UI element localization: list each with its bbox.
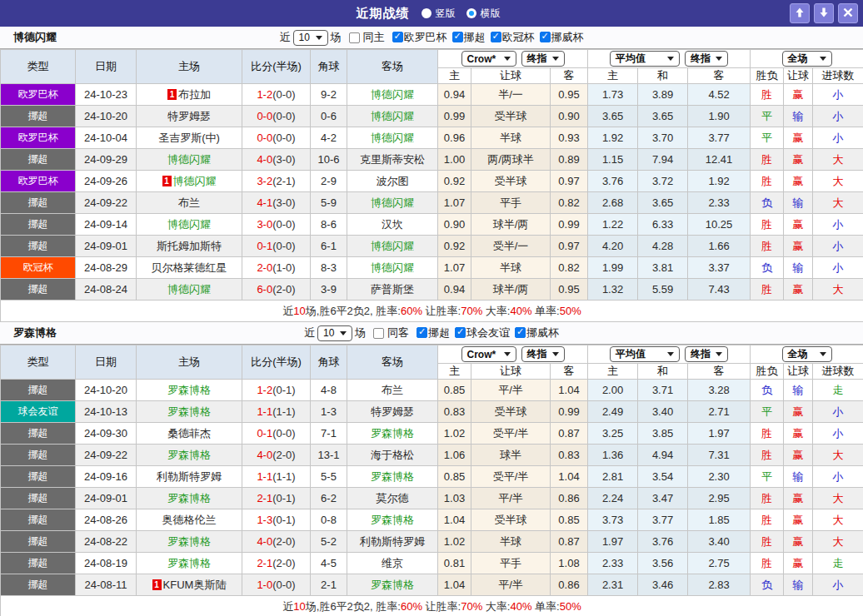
sub-header-avg-draw: 和	[638, 68, 688, 84]
match-date: 24-10-23	[76, 84, 137, 106]
average-stage-select[interactable]: 终指	[685, 346, 728, 362]
score: 2-1(2-0)	[242, 553, 311, 574]
avg-home-odds: 2.33	[588, 553, 638, 574]
away-team: 海于格松	[347, 445, 438, 466]
avg-away-odds: 3.37	[688, 257, 751, 279]
handicap-line: 平/半	[471, 574, 551, 596]
corners: 6-2	[311, 488, 347, 509]
avg-away-odds: 2.71	[688, 401, 751, 423]
close-button[interactable]	[838, 3, 858, 23]
league-filter-checkbox[interactable]	[417, 327, 427, 338]
col-header-home: 主场	[137, 50, 242, 84]
away-team: 维京	[347, 553, 438, 574]
corners: 10-6	[311, 149, 347, 171]
handicap-line: 半球	[471, 531, 551, 553]
corners: 8-3	[311, 257, 347, 279]
arrow-down-icon	[818, 7, 830, 21]
match-date: 24-09-29	[76, 149, 137, 171]
result-handicap: 赢	[784, 171, 813, 192]
corners: 6-1	[311, 236, 347, 257]
sub-header-outcome: 胜负	[751, 364, 784, 380]
col-header-away: 客场	[347, 345, 438, 380]
away-team-name: 特罗姆瑟	[371, 405, 414, 418]
radio-vertical-layout[interactable]	[422, 8, 432, 18]
league-filter-checkbox[interactable]	[491, 32, 501, 42]
odds-stage-select[interactable]: 终指	[521, 51, 565, 67]
scope-select[interactable]: 全场	[782, 51, 832, 67]
corners: 4-2	[311, 127, 347, 149]
home-team-name: 布拉加	[178, 88, 211, 101]
average-select-group: 平均值 终指	[588, 345, 751, 364]
page-title: 近期战绩	[357, 6, 410, 22]
corners: 4-8	[311, 380, 347, 401]
odds-home: 1.04	[438, 574, 471, 596]
result-outcome: 胜	[751, 531, 784, 553]
avg-away-odds: 2.75	[688, 553, 751, 574]
avg-home-odds: 2.81	[588, 466, 638, 488]
recent-count-select[interactable]: 10	[317, 325, 352, 341]
sub-header-avg-away: 客	[688, 68, 751, 84]
corners: 9-2	[311, 84, 347, 106]
odds-away: 0.83	[551, 445, 588, 466]
summary-part: 10	[293, 305, 305, 317]
scope-select[interactable]: 全场	[782, 346, 832, 362]
league-filter-checkbox[interactable]	[392, 32, 403, 42]
league-filter-label: 欧冠杯	[502, 31, 535, 43]
league-badge: 欧罗巴杯	[1, 127, 76, 149]
handicap-line: 受平/半	[471, 466, 551, 488]
result-handicap: 输	[784, 257, 813, 279]
average-stage-select[interactable]: 终指	[685, 51, 728, 67]
avg-away-odds: 2.33	[688, 192, 751, 214]
matches-body: 欧罗巴杯24-10-231布拉加1-2(0-0)9-2博德闪耀0.94半/一0.…	[1, 84, 863, 301]
odds-provider-select[interactable]: Crow*	[461, 346, 516, 362]
move-down-button[interactable]	[814, 3, 834, 23]
radio-horizontal-layout[interactable]	[466, 8, 476, 18]
league-filter-checkbox[interactable]	[540, 32, 551, 42]
chevron-down-icon	[340, 331, 347, 335]
avg-home-odds: 3.76	[588, 171, 638, 192]
result-goals: 小	[813, 401, 863, 423]
same-venue-checkbox[interactable]	[349, 32, 360, 43]
games-label: 场	[355, 325, 366, 340]
league-filter-label: 挪威杯	[551, 31, 584, 43]
halftime-score: (2-0)	[272, 449, 295, 461]
average-select[interactable]: 平均值	[610, 346, 680, 362]
odds-away: 0.90	[551, 106, 588, 127]
avg-draw-odds: 3.71	[638, 380, 688, 401]
league-badge: 挪超	[1, 423, 76, 445]
home-team-name: 贝尔格莱德红星	[152, 261, 227, 274]
away-team: 博德闪耀	[347, 257, 438, 279]
average-select[interactable]: 平均值	[610, 51, 680, 67]
avg-home-odds: 1.32	[588, 279, 638, 301]
home-team-name: 特罗姆瑟	[167, 110, 211, 122]
move-up-button[interactable]	[790, 3, 810, 23]
same-venue-checkbox[interactable]	[373, 328, 384, 339]
sub-header-odds-home: 主	[438, 68, 471, 84]
league-filter-checkbox[interactable]	[515, 327, 526, 338]
result-outcome: 胜	[751, 171, 784, 192]
match-row: 球会友谊24-10-13罗森博格1-1(1-1)1-3特罗姆瑟0.83受半球0.…	[1, 401, 863, 423]
avg-draw-odds: 7.94	[638, 149, 688, 171]
odds-provider-select[interactable]: Crow*	[461, 51, 516, 67]
league-filter-checkbox[interactable]	[452, 32, 463, 42]
odds-stage-select[interactable]: 终指	[521, 346, 565, 362]
match-date: 24-10-20	[76, 106, 137, 127]
result-handicap: 赢	[784, 423, 813, 445]
home-team-name: 罗森博格	[167, 384, 211, 396]
match-date: 24-10-13	[76, 401, 137, 423]
match-date: 24-08-11	[76, 574, 137, 596]
red-card-count: 1	[167, 89, 177, 100]
matches-table: 类型 日期 主场 比分(半场) 角球 客场 Crow* 终指 平均值	[0, 345, 863, 616]
home-team: 罗森博格	[137, 445, 242, 466]
result-outcome: 胜	[751, 279, 784, 301]
recent-count-select[interactable]: 10	[293, 30, 328, 46]
avg-home-odds: 1.99	[588, 257, 638, 279]
score: 1-2(0-1)	[242, 380, 311, 401]
result-outcome: 胜	[751, 149, 784, 171]
handicap-line: 受平/半	[471, 423, 551, 445]
league-filter-checkbox[interactable]	[455, 327, 466, 338]
result-goals: 小	[813, 236, 863, 257]
match-row: 挪超24-09-14博德闪耀3-0(0-0)8-6汉坎0.90球半/两0.991…	[1, 214, 863, 236]
chevron-down-icon	[667, 57, 674, 61]
games-label: 场	[331, 30, 342, 45]
